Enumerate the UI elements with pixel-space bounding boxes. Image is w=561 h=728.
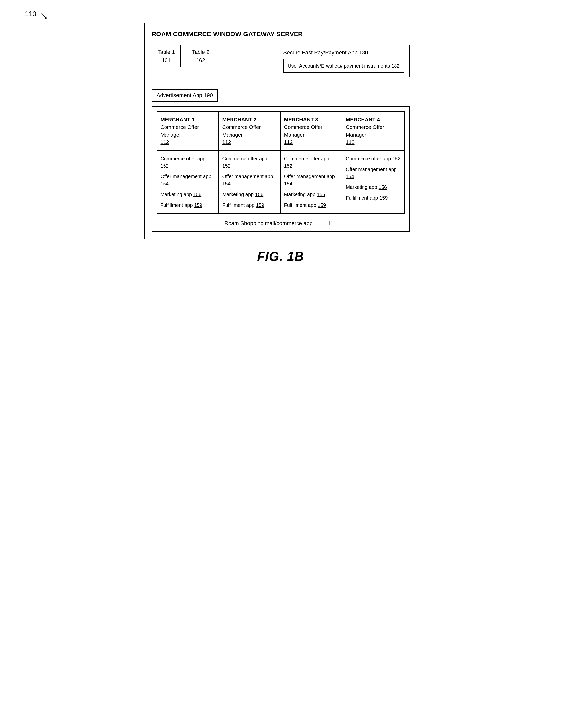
merchant-col-merchant3: MERCHANT 3Commerce Offer Manager112Comme… (280, 112, 342, 213)
top-section: Table 1 161 Table 2 162 Secure Fast Pay/… (152, 45, 410, 77)
ad-app-box: Advertisement App 190 (152, 89, 218, 102)
merchant1-app-154: Offer management app 154 (161, 173, 215, 187)
merchant2-app-152: Commerce offer app 152 (222, 155, 277, 170)
merchant3-app-154: Offer management app 154 (284, 173, 338, 187)
merchant4-app-152: Commerce offer app 152 (346, 155, 401, 162)
table2-number: 162 (192, 56, 210, 64)
merchant1-header: MERCHANT 1Commerce Offer Manager112 (157, 112, 218, 151)
merchant3-app-156: Marketing app 156 (284, 191, 338, 198)
secure-pay-outer-box: Secure Fast Pay/Payment App 180 User Acc… (278, 45, 409, 77)
merchant-col-merchant2: MERCHANT 2Commerce Offer Manager112Comme… (219, 112, 280, 213)
table2-label: Table 2 (192, 48, 210, 56)
merchant-col-merchant4: MERCHANT 4Commerce Offer Manager112Comme… (342, 112, 404, 213)
table2-box: Table 2 162 (186, 45, 215, 67)
user-accounts-number: 182 (391, 63, 399, 69)
merchant3-app-159: Fulfillment app 159 (284, 202, 338, 209)
user-accounts-box: User Accounts/E-wallets/ payment instrum… (283, 59, 404, 73)
gateway-server-box: ROAM COMMERCE WINDOW GATEWAY SERVER Tabl… (144, 23, 417, 239)
merchants-outer-box: MERCHANT 1Commerce Offer Manager112Comme… (152, 106, 410, 232)
arrow-icon (39, 11, 49, 21)
merchant1-app-156: Marketing app 156 (161, 191, 215, 198)
merchant4-app-154: Offer management app 154 (346, 166, 401, 180)
merchant1-app-159: Fulfillment app 159 (161, 202, 215, 209)
figure-label: FIG. 1B (257, 249, 304, 264)
merchant4-header: MERCHANT 4Commerce Offer Manager112 (342, 112, 404, 151)
table1-label: Table 1 (158, 48, 175, 56)
merchant2-apps: Commerce offer app 152Offer management a… (219, 151, 280, 213)
merchant4-apps: Commerce offer app 152Offer management a… (342, 151, 404, 206)
svg-line-0 (41, 13, 46, 18)
merchant4-app-159: Fulfillment app 159 (346, 194, 401, 202)
table1-number: 161 (158, 56, 175, 64)
diagram-label: 110 (25, 10, 49, 21)
svg-marker-1 (44, 17, 47, 19)
merchant1-app-152: Commerce offer app 152 (161, 155, 215, 170)
tables-col: Table 1 161 Table 2 162 (152, 45, 216, 67)
secure-pay-title: Secure Fast Pay/Payment App 180 (283, 49, 404, 56)
diagram-number: 110 (25, 10, 36, 18)
merchant3-app-152: Commerce offer app 152 (284, 155, 338, 170)
table1-box: Table 1 161 (152, 45, 181, 67)
roam-shopping-number: 111 (327, 220, 337, 227)
merchant3-apps: Commerce offer app 152Offer management a… (280, 151, 342, 213)
merchant2-app-154: Offer management app 154 (222, 173, 277, 187)
merchant4-app-156: Marketing app 156 (346, 184, 401, 191)
roam-shopping-text: Roam Shopping mall/commerce app (224, 220, 312, 227)
merchants-grid: MERCHANT 1Commerce Offer Manager112Comme… (157, 111, 405, 214)
merchant2-header: MERCHANT 2Commerce Offer Manager112 (219, 112, 280, 151)
gateway-title: ROAM COMMERCE WINDOW GATEWAY SERVER (152, 30, 410, 38)
ad-app-number: 190 (204, 92, 213, 98)
merchant2-app-156: Marketing app 156 (222, 191, 277, 198)
merchant1-apps: Commerce offer app 152Offer management a… (157, 151, 218, 213)
merchant2-app-159: Fulfillment app 159 (222, 202, 277, 209)
secure-pay-number: 180 (359, 49, 368, 56)
secure-pay-col: Secure Fast Pay/Payment App 180 User Acc… (278, 45, 409, 77)
merchant-col-merchant1: MERCHANT 1Commerce Offer Manager112Comme… (157, 112, 219, 213)
roam-shopping-bar: Roam Shopping mall/commerce app 111 (157, 216, 405, 231)
merchant3-header: MERCHANT 3Commerce Offer Manager112 (280, 112, 342, 151)
